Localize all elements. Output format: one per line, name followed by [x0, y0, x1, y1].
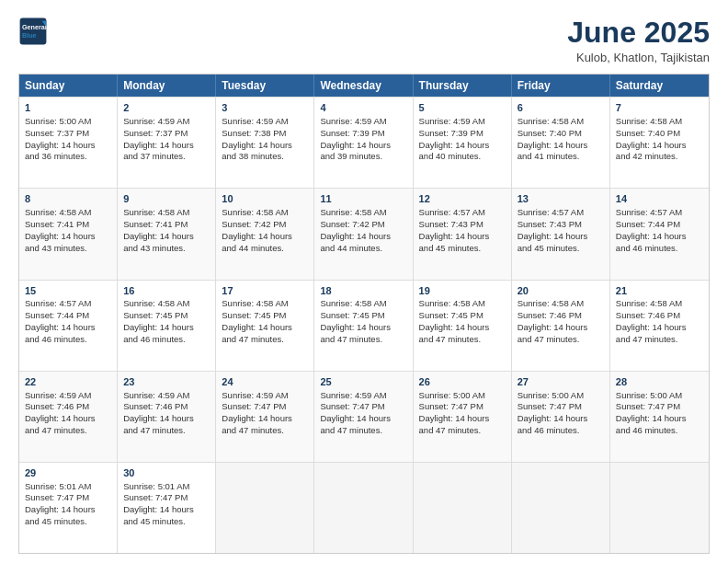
table-row: 10Sunrise: 4:58 AMSunset: 7:42 PMDayligh…: [216, 189, 314, 279]
table-row: 17Sunrise: 4:58 AMSunset: 7:45 PMDayligh…: [216, 281, 314, 371]
table-row: 14Sunrise: 4:57 AMSunset: 7:44 PMDayligh…: [610, 189, 709, 279]
day-info-line: Sunset: 7:47 PM: [419, 401, 506, 413]
day-info-line: Sunrise: 4:58 AM: [518, 116, 604, 128]
day-info-line: Daylight: 14 hours: [419, 231, 506, 243]
table-row: 18Sunrise: 4:58 AMSunset: 7:45 PMDayligh…: [314, 281, 413, 371]
day-info-line: Daylight: 14 hours: [518, 413, 604, 425]
day-info-line: Sunset: 7:46 PM: [123, 401, 210, 413]
day-info-line: Sunset: 7:40 PM: [518, 128, 604, 140]
table-row: 15Sunrise: 4:57 AMSunset: 7:44 PMDayligh…: [19, 281, 118, 371]
day-number: 8: [25, 192, 111, 206]
table-row: [610, 463, 709, 553]
day-info-line: Daylight: 14 hours: [616, 231, 703, 243]
day-number: 5: [419, 101, 506, 115]
day-info-line: and 39 minutes.: [320, 151, 406, 163]
day-info-line: Sunset: 7:47 PM: [616, 401, 703, 413]
day-info-line: Sunrise: 4:58 AM: [616, 116, 703, 128]
calendar: SundayMondayTuesdayWednesdayThursdayFrid…: [18, 74, 710, 554]
day-info-line: Daylight: 14 hours: [25, 413, 111, 425]
day-number: 29: [25, 466, 111, 480]
table-row: 4Sunrise: 4:59 AMSunset: 7:39 PMDaylight…: [314, 98, 413, 188]
day-info-line: Sunrise: 5:00 AM: [616, 390, 703, 402]
day-info-line: Sunrise: 4:59 AM: [123, 116, 210, 128]
day-number: 2: [123, 101, 210, 115]
calendar-body: 1Sunrise: 5:00 AMSunset: 7:37 PMDaylight…: [19, 97, 709, 553]
day-info-line: Daylight: 14 hours: [123, 231, 210, 243]
day-info-line: Sunset: 7:40 PM: [616, 128, 703, 140]
day-info-line: Sunset: 7:39 PM: [419, 128, 506, 140]
day-number: 11: [320, 192, 406, 206]
day-info-line: Sunset: 7:39 PM: [320, 128, 406, 140]
day-number: 19: [419, 284, 506, 298]
table-row: 25Sunrise: 4:59 AMSunset: 7:47 PMDayligh…: [314, 372, 413, 462]
day-info-line: Sunset: 7:45 PM: [222, 310, 308, 322]
day-info-line: Sunrise: 5:00 AM: [419, 390, 506, 402]
day-info-line: Sunrise: 4:58 AM: [123, 298, 210, 310]
logo-icon: General Blue: [18, 17, 48, 46]
day-info-line: Sunrise: 5:01 AM: [25, 481, 111, 493]
day-info-line: Daylight: 14 hours: [518, 140, 604, 152]
table-row: 26Sunrise: 5:00 AMSunset: 7:47 PMDayligh…: [414, 372, 512, 462]
day-info-line: Daylight: 14 hours: [222, 231, 308, 243]
header-day-wednesday: Wednesday: [314, 75, 413, 97]
table-row: 6Sunrise: 4:58 AMSunset: 7:40 PMDaylight…: [512, 98, 610, 188]
day-info-line: Sunset: 7:47 PM: [123, 492, 210, 504]
day-info-line: and 46 minutes.: [25, 334, 111, 346]
day-info-line: Daylight: 14 hours: [616, 322, 703, 334]
day-info-line: Sunset: 7:41 PM: [25, 219, 111, 231]
day-info-line: and 47 minutes.: [518, 334, 604, 346]
day-info-line: and 43 minutes.: [123, 243, 210, 255]
day-info-line: Sunrise: 5:00 AM: [25, 116, 111, 128]
day-info-line: Sunset: 7:46 PM: [518, 310, 604, 322]
svg-text:Blue: Blue: [22, 31, 37, 40]
day-info-line: Sunset: 7:37 PM: [123, 128, 210, 140]
day-info-line: and 44 minutes.: [320, 243, 406, 255]
day-number: 6: [518, 101, 604, 115]
calendar-week-1: 1Sunrise: 5:00 AMSunset: 7:37 PMDaylight…: [19, 97, 709, 188]
day-info-line: and 40 minutes.: [419, 151, 506, 163]
day-info-line: Sunrise: 4:58 AM: [518, 298, 604, 310]
day-info-line: Sunset: 7:43 PM: [419, 219, 506, 231]
day-info-line: Sunrise: 4:58 AM: [25, 207, 111, 219]
day-number: 27: [518, 375, 604, 389]
day-info-line: Sunrise: 4:57 AM: [25, 298, 111, 310]
day-info-line: Daylight: 14 hours: [25, 322, 111, 334]
table-row: 5Sunrise: 4:59 AMSunset: 7:39 PMDaylight…: [414, 98, 512, 188]
day-info-line: Sunrise: 4:58 AM: [320, 207, 406, 219]
day-info-line: Sunset: 7:47 PM: [25, 492, 111, 504]
day-number: 12: [419, 192, 506, 206]
day-info-line: Daylight: 14 hours: [320, 140, 406, 152]
table-row: 27Sunrise: 5:00 AMSunset: 7:47 PMDayligh…: [512, 372, 610, 462]
day-number: 9: [123, 192, 210, 206]
day-info-line: Sunrise: 4:58 AM: [419, 298, 506, 310]
day-info-line: and 46 minutes.: [616, 425, 703, 437]
table-row: 28Sunrise: 5:00 AMSunset: 7:47 PMDayligh…: [610, 372, 709, 462]
header-day-tuesday: Tuesday: [216, 75, 314, 97]
header-day-friday: Friday: [512, 75, 610, 97]
table-row: 9Sunrise: 4:58 AMSunset: 7:41 PMDaylight…: [118, 189, 216, 279]
day-info-line: Daylight: 14 hours: [518, 231, 604, 243]
day-number: 14: [616, 192, 703, 206]
day-number: 10: [222, 192, 308, 206]
day-info-line: Daylight: 14 hours: [123, 504, 210, 516]
day-info-line: Sunrise: 4:58 AM: [123, 207, 210, 219]
day-info-line: Daylight: 14 hours: [320, 322, 406, 334]
day-info-line: Sunrise: 4:57 AM: [518, 207, 604, 219]
day-info-line: Sunrise: 4:58 AM: [320, 298, 406, 310]
day-info-line: and 47 minutes.: [419, 334, 506, 346]
title-block: June 2025 Kulob, Khatlon, Tajikistan: [567, 17, 710, 64]
day-info-line: Sunrise: 4:57 AM: [616, 207, 703, 219]
day-info-line: and 47 minutes.: [222, 425, 308, 437]
table-row: [314, 463, 413, 553]
day-info-line: Daylight: 14 hours: [419, 140, 506, 152]
page-header: General Blue June 2025 Kulob, Khatlon, T…: [18, 17, 710, 64]
day-number: 25: [320, 375, 406, 389]
table-row: 16Sunrise: 4:58 AMSunset: 7:45 PMDayligh…: [118, 281, 216, 371]
header-day-thursday: Thursday: [414, 75, 512, 97]
day-number: 15: [25, 284, 111, 298]
day-info-line: and 42 minutes.: [616, 151, 703, 163]
day-info-line: and 45 minutes.: [518, 243, 604, 255]
day-info-line: and 45 minutes.: [25, 516, 111, 528]
day-info-line: Sunrise: 5:01 AM: [123, 481, 210, 493]
table-row: 22Sunrise: 4:59 AMSunset: 7:46 PMDayligh…: [19, 372, 118, 462]
